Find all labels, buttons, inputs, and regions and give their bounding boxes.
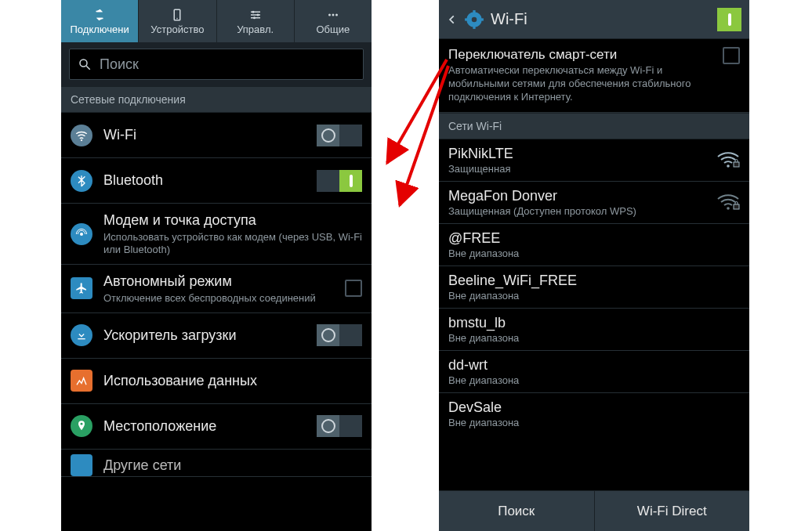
wifi-signal-locked-icon [716, 151, 740, 168]
svg-point-6 [332, 13, 334, 16]
search-input[interactable]: Поиск [69, 49, 364, 80]
wifi-status: Защищенная (Доступен протокол WPS) [448, 205, 707, 217]
sliders-icon [248, 8, 263, 22]
smart-switch-title: Переключатель смарт-сети [448, 47, 715, 63]
svg-point-1 [177, 17, 179, 19]
smart-switch-checkbox[interactable] [723, 47, 740, 64]
tab-label: Устройство [150, 23, 204, 35]
svg-point-15 [472, 16, 477, 22]
device-icon [170, 8, 184, 22]
wifi-ssid: bmstu_lb [448, 315, 740, 331]
wifi-bottom-buttons: Поиск Wi-Fi Direct [439, 490, 749, 531]
row-data-usage[interactable]: Использование данных [61, 359, 372, 404]
wifi-header: Wi-Fi [439, 0, 749, 39]
svg-point-8 [80, 60, 87, 67]
tab-general[interactable]: Общие [295, 0, 372, 42]
wifi-status: Вне диапазона [448, 290, 740, 302]
svg-point-5 [328, 13, 331, 16]
svg-rect-23 [734, 204, 739, 209]
wifi-network-row[interactable]: @FREE Вне диапазона [439, 224, 749, 266]
row-label: Местоположение [103, 417, 306, 435]
svg-point-7 [335, 13, 338, 16]
svg-rect-12 [78, 338, 85, 339]
row-label: Автономный режим [103, 273, 334, 291]
wifi-network-row[interactable]: Beeline_WiFi_FREE Вне диапазона [439, 266, 749, 309]
row-label: Bluetooth [103, 172, 306, 190]
wifi-status: Вне диапазона [448, 417, 740, 428]
wifi-ssid: PikNikLTE [448, 146, 707, 162]
booster-toggle[interactable] [317, 324, 362, 346]
wifi-ssid: @FREE [448, 230, 740, 247]
wifi-network-row[interactable]: PikNikLTE Защищенная [439, 139, 749, 182]
wifi-ssid: Beeline_WiFi_FREE [448, 273, 740, 289]
wifi-ssid: dd-wrt [448, 357, 740, 374]
svg-line-9 [86, 66, 90, 70]
wifi-network-row[interactable]: DevSale Вне диапазона [439, 393, 749, 435]
svg-line-24 [387, 60, 447, 163]
row-label: Другие сети [103, 457, 362, 475]
wifi-signal-locked-icon [716, 193, 740, 211]
location-icon [71, 415, 92, 437]
tethering-icon [71, 223, 92, 245]
wifi-direct-button[interactable]: Wi-Fi Direct [595, 491, 750, 531]
wifi-toggle[interactable] [317, 125, 362, 146]
tab-label: Управл. [237, 23, 274, 35]
wifi-screen: Wi-Fi Переключатель смарт-сети Автоматич… [439, 0, 749, 531]
search-row: Поиск [61, 42, 372, 86]
row-smart-switch[interactable]: Переключатель смарт-сети Автоматически п… [439, 39, 749, 113]
download-booster-icon [71, 324, 92, 346]
section-wifi-networks: Сети Wi-Fi [439, 113, 749, 139]
wifi-status: Вне диапазона [448, 247, 740, 259]
connections-icon [92, 8, 107, 22]
bluetooth-toggle[interactable] [317, 170, 362, 192]
location-toggle[interactable] [317, 415, 362, 437]
row-more-networks[interactable]: Другие сети [61, 450, 372, 477]
row-label: Модем и точка доступа [103, 211, 362, 229]
bluetooth-icon [71, 170, 92, 192]
more-networks-icon [71, 454, 92, 476]
svg-point-22 [727, 207, 730, 210]
search-icon [78, 57, 92, 71]
settings-gear-icon [464, 9, 484, 30]
tab-connections[interactable]: Подключени [61, 0, 139, 42]
wifi-network-row[interactable]: bmstu_lb Вне диапазона [439, 309, 749, 351]
svg-rect-21 [734, 162, 739, 167]
svg-point-13 [81, 423, 83, 425]
wifi-master-toggle[interactable] [693, 8, 741, 31]
tab-device[interactable]: Устройство [139, 0, 216, 42]
row-tethering[interactable]: Модем и точка доступа Использовать устро… [61, 204, 372, 265]
wifi-status: Вне диапазона [448, 332, 740, 344]
airplane-icon [71, 277, 92, 299]
wifi-ssid: MegaFon Donver [448, 188, 707, 204]
row-label: Использование данных [103, 372, 362, 390]
smart-switch-sub: Автоматически переключаться между Wi-Fi … [448, 64, 715, 104]
svg-point-10 [81, 139, 82, 140]
row-bluetooth[interactable]: Bluetooth [61, 158, 372, 204]
search-placeholder: Поиск [100, 56, 139, 73]
wifi-network-row[interactable]: MegaFon Donver Защищенная (Доступен прот… [439, 182, 749, 224]
svg-point-4 [253, 16, 256, 19]
tab-controls[interactable]: Управл. [217, 0, 295, 42]
svg-point-11 [80, 233, 83, 236]
row-wifi[interactable]: Wi-Fi [61, 113, 372, 158]
row-location[interactable]: Местоположение [61, 404, 372, 450]
tab-label: Подключени [71, 23, 129, 35]
row-sub: Отключение всех беспроводных соединений [103, 292, 334, 305]
back-icon[interactable] [447, 14, 458, 25]
wifi-network-row[interactable]: dd-wrt Вне диапазона [439, 351, 749, 393]
more-icon [326, 8, 340, 22]
svg-point-2 [252, 10, 254, 13]
row-download-booster[interactable]: Ускоритель загрузки [61, 313, 372, 359]
row-label: Ускоритель загрузки [103, 327, 306, 345]
settings-screen: Подключени Устройство Управл. Общие Поис… [61, 0, 372, 531]
scan-button[interactable]: Поиск [439, 491, 595, 531]
row-sub: Использовать устройство как модем (через… [103, 231, 362, 257]
row-airplane[interactable]: Автономный режим Отключение всех беспров… [61, 265, 372, 313]
wifi-status: Защищенная [448, 163, 707, 175]
header-title: Wi-Fi [491, 10, 687, 28]
svg-point-3 [256, 13, 259, 16]
tab-label: Общие [317, 23, 350, 35]
wifi-status: Вне диапазона [448, 374, 740, 386]
row-label: Wi-Fi [103, 126, 306, 144]
airplane-checkbox[interactable] [345, 280, 362, 297]
